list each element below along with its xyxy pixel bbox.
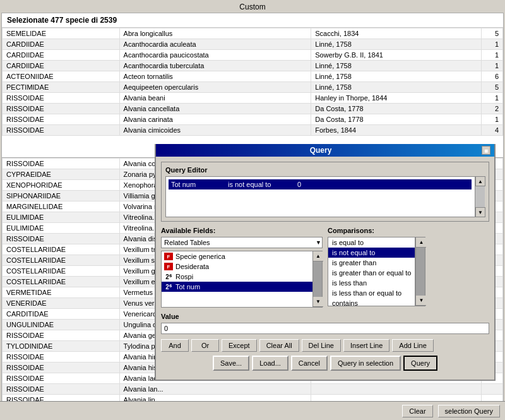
related-tables-dropdown-wrapper: Related Tables ▼ bbox=[161, 237, 323, 248]
table-row[interactable]: CARDIIDAEAcanthocardia aculeataLinné, 17… bbox=[3, 39, 503, 50]
query-comparator: is not equal to bbox=[228, 181, 291, 188]
clear-button[interactable]: Clear bbox=[402, 405, 432, 417]
comparisons-section: Comparisons: is equal tois not equal toi… bbox=[328, 227, 489, 308]
window-title: Custom bbox=[0, 0, 505, 13]
query-value: 0 bbox=[297, 181, 301, 188]
query-field: Tot num bbox=[171, 181, 222, 188]
comparison-item[interactable]: is equal to bbox=[328, 237, 415, 248]
field-item-label: Tot num bbox=[175, 283, 200, 291]
comparison-item[interactable]: is greater than or equal to bbox=[328, 268, 415, 278]
dialog-title-bar: Query ■ bbox=[156, 144, 494, 157]
field-num-icon: 2⁶ bbox=[164, 273, 173, 280]
comparison-item[interactable]: is not equal to bbox=[328, 248, 415, 258]
table-row[interactable]: RISSOIDAEAlvania cimicoidesForbes, 18444 bbox=[3, 125, 503, 136]
field-icon: F bbox=[164, 253, 173, 260]
comparison-item[interactable]: contains bbox=[328, 298, 415, 306]
clear-all-button[interactable]: Clear All bbox=[259, 339, 299, 352]
fields-scroll-up[interactable]: ▲ bbox=[313, 251, 323, 261]
fields-scroll-track bbox=[313, 261, 322, 297]
field-list-item[interactable]: FDesiderata bbox=[162, 261, 312, 272]
fields-scrollbar[interactable]: ▲ ▼ bbox=[312, 251, 323, 308]
info-bar: Selezionate 477 specie di 2539 bbox=[2, 13, 503, 28]
comparison-item[interactable]: is less than or equal to bbox=[328, 288, 415, 298]
comparisons-scrollbar[interactable]: ▲ ▼ bbox=[415, 237, 425, 306]
or-button[interactable]: Or bbox=[191, 339, 219, 352]
query-editor-section: Query Editor Tot num is not equal to 0 ▲… bbox=[161, 162, 489, 222]
save-button[interactable]: Save... bbox=[213, 356, 249, 371]
table-row[interactable]: ACTEONIIDAEActeon tornatilisLinné, 17586 bbox=[3, 71, 503, 82]
available-fields-label: Available Fields: bbox=[161, 227, 323, 234]
comparisons-list[interactable]: is equal tois not equal tois greater tha… bbox=[328, 237, 415, 306]
table-row[interactable]: CARDIIDAEAcanthocardia paucicostataSower… bbox=[3, 50, 503, 61]
value-section: Value bbox=[161, 313, 489, 334]
selection-query-button[interactable]: selection Query bbox=[438, 405, 500, 417]
comp-scroll-track bbox=[416, 248, 425, 296]
query-display-row[interactable]: Tot num is not equal to 0 bbox=[169, 179, 472, 189]
table-row[interactable]: PECTIMIDAEAequipeeten opercularisLinné, … bbox=[3, 82, 503, 93]
field-list-item[interactable]: FSpecie generica bbox=[162, 251, 312, 261]
available-fields-section: Available Fields: Related Tables ▼ FSpec… bbox=[161, 227, 323, 308]
scroll-down-btn[interactable]: ▼ bbox=[475, 207, 485, 217]
add-line-button[interactable]: Add Line bbox=[392, 339, 433, 352]
comp-scroll-up[interactable]: ▲ bbox=[416, 237, 426, 248]
cancel-button[interactable]: Cancel bbox=[291, 356, 328, 371]
button-row-2: Save... Load... Cancel Query in selectio… bbox=[161, 356, 489, 375]
value-input[interactable] bbox=[161, 323, 489, 334]
field-item-label: Rospi bbox=[175, 273, 193, 280]
table-row[interactable]: RISSOIDAEAlvania lan... bbox=[3, 384, 503, 395]
scroll-track bbox=[475, 186, 485, 207]
query-dialog: Query ■ Query Editor Tot num is not equa… bbox=[155, 144, 496, 381]
related-tables-dropdown[interactable]: Related Tables bbox=[161, 237, 323, 248]
load-button[interactable]: Load... bbox=[252, 356, 288, 371]
query-editor-label: Query Editor bbox=[165, 166, 485, 174]
table-row[interactable]: CARDIIDAEAcanthocardia tuberculataLinné,… bbox=[3, 61, 503, 71]
table-row[interactable]: SEMELIDAEAbra longicallusScacchi, 18345 bbox=[3, 28, 503, 39]
value-label: Value bbox=[161, 313, 489, 320]
comparisons-wrapper: is equal tois not equal tois greater tha… bbox=[328, 237, 489, 306]
field-item-label: Desiderata bbox=[175, 263, 209, 270]
fields-scroll-down[interactable]: ▼ bbox=[313, 297, 323, 307]
query-display: Tot num is not equal to 0 bbox=[165, 176, 485, 217]
table-row[interactable]: RISSOIDAEAlvania cancellataDa Costa, 177… bbox=[3, 104, 503, 114]
comp-scroll-down[interactable]: ▼ bbox=[416, 296, 426, 306]
except-button[interactable]: Except bbox=[222, 339, 257, 352]
comparisons-label: Comparisons: bbox=[328, 227, 489, 234]
query-in-selection-button[interactable]: Query in selection bbox=[330, 356, 401, 371]
fields-list[interactable]: FSpecie genericaFDesiderata2⁶Rospi2⁶Tot … bbox=[161, 251, 312, 308]
query-scrollbar[interactable]: ▲ ▼ bbox=[475, 176, 485, 217]
species-table: SEMELIDAEAbra longicallusScacchi, 18345C… bbox=[2, 28, 503, 136]
field-num-icon: 2⁶ bbox=[164, 283, 173, 291]
del-line-button[interactable]: Del Line bbox=[302, 339, 341, 352]
table-row[interactable]: RISSOIDAEAlvania carinataDa Costa, 17781 bbox=[3, 114, 503, 125]
and-button[interactable]: And bbox=[161, 339, 189, 352]
query-button[interactable]: Query bbox=[403, 356, 437, 371]
dialog-close-button[interactable]: ■ bbox=[482, 146, 490, 155]
field-list-item[interactable]: 2⁶Rospi bbox=[162, 272, 312, 282]
scroll-up-btn[interactable]: ▲ bbox=[475, 176, 485, 186]
fields-list-wrapper: FSpecie genericaFDesiderata2⁶Rospi2⁶Tot … bbox=[161, 251, 323, 308]
field-item-label: Specie generica bbox=[175, 253, 225, 260]
table-row[interactable]: RISSOIDAEAlvania beaniHanley in Thorpe, … bbox=[3, 93, 503, 104]
dialog-title-text: Query bbox=[160, 146, 482, 155]
comparison-item[interactable]: is greater than bbox=[328, 258, 415, 268]
field-icon: F bbox=[164, 263, 173, 270]
insert-line-button[interactable]: Insert Line bbox=[343, 339, 389, 352]
comparison-item[interactable]: is less than bbox=[328, 278, 415, 288]
button-row-1: And Or Except Clear All Del Line Insert … bbox=[161, 339, 489, 352]
field-list-item[interactable]: 2⁶Tot num bbox=[162, 282, 312, 292]
